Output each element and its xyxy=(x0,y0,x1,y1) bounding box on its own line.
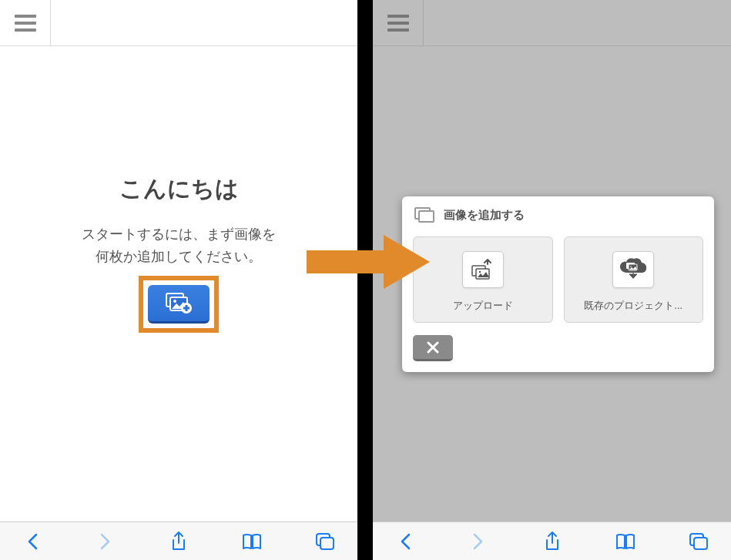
book-icon xyxy=(615,533,635,550)
arrow-right-icon xyxy=(307,231,430,293)
tabs-button[interactable] xyxy=(311,528,339,555)
add-images-button[interactable] xyxy=(148,285,210,324)
existing-project-label: 既存のプロジェクト... xyxy=(571,299,697,313)
share-button[interactable] xyxy=(165,528,193,555)
svg-rect-23 xyxy=(694,538,707,549)
hamburger-icon xyxy=(387,15,409,32)
svg-rect-10 xyxy=(320,538,334,549)
add-button-highlight xyxy=(139,276,219,333)
upload-card[interactable]: アップロード xyxy=(413,236,553,323)
svg-rect-2 xyxy=(15,29,36,32)
svg-rect-1 xyxy=(15,22,36,25)
welcome-area: こんにちは スタートするには、まず画像を 何枚か追加してください。 xyxy=(0,46,357,521)
svg-rect-15 xyxy=(419,211,434,222)
instruction-text: スタートするには、まず画像を 何枚か追加してください。 xyxy=(82,223,276,268)
svg-point-18 xyxy=(478,271,481,273)
svg-rect-8 xyxy=(183,307,189,310)
cloud-icon-box xyxy=(612,251,654,288)
chevron-right-icon xyxy=(99,532,112,551)
cloud-download-icon xyxy=(618,257,649,282)
dialog-title: 画像を追加する xyxy=(444,208,525,223)
svg-rect-11 xyxy=(387,15,409,18)
upload-icon-box xyxy=(462,251,504,288)
svg-rect-0 xyxy=(15,15,36,18)
tabs-button-right[interactable] xyxy=(685,528,713,555)
dialog-header: 画像を追加する xyxy=(413,207,703,223)
tabs-icon xyxy=(315,532,335,551)
browser-bar-left xyxy=(0,521,357,560)
share-icon xyxy=(544,531,561,552)
share-button-right[interactable] xyxy=(538,528,566,555)
transition-arrow xyxy=(307,231,430,296)
images-plus-icon xyxy=(165,292,193,314)
back-button[interactable] xyxy=(18,528,46,555)
chevron-right-icon xyxy=(472,532,485,551)
dialog-close-button[interactable] xyxy=(413,335,453,361)
upload-icon xyxy=(470,258,496,281)
bookmarks-button-right[interactable] xyxy=(612,528,639,555)
menu-button-right[interactable] xyxy=(373,0,424,46)
topbar-right xyxy=(373,0,731,46)
back-button-right[interactable] xyxy=(391,528,419,555)
add-images-dialog: 画像を追加する アップロード xyxy=(402,196,714,372)
chevron-left-icon xyxy=(26,532,39,551)
share-icon xyxy=(170,531,187,552)
chevron-left-icon xyxy=(399,532,411,551)
forward-button-right xyxy=(464,528,492,555)
tabs-icon xyxy=(689,532,709,551)
menu-button[interactable] xyxy=(0,0,51,46)
bookmarks-button[interactable] xyxy=(238,528,266,555)
images-icon xyxy=(414,207,436,223)
svg-rect-12 xyxy=(387,22,409,25)
svg-rect-13 xyxy=(387,29,409,32)
close-icon xyxy=(427,341,439,354)
hamburger-icon xyxy=(15,15,36,32)
svg-rect-17 xyxy=(476,269,489,279)
browser-bar-right xyxy=(373,521,731,560)
greeting-heading: こんにちは xyxy=(119,173,239,205)
svg-point-21 xyxy=(630,266,632,267)
existing-project-card[interactable]: 既存のプロジェクト... xyxy=(564,236,704,323)
forward-button xyxy=(92,528,119,555)
topbar-left xyxy=(0,0,357,46)
svg-point-5 xyxy=(173,300,176,303)
upload-label: アップロード xyxy=(420,299,546,313)
book-icon xyxy=(242,533,262,550)
action-grid: アップロード xyxy=(413,236,703,323)
